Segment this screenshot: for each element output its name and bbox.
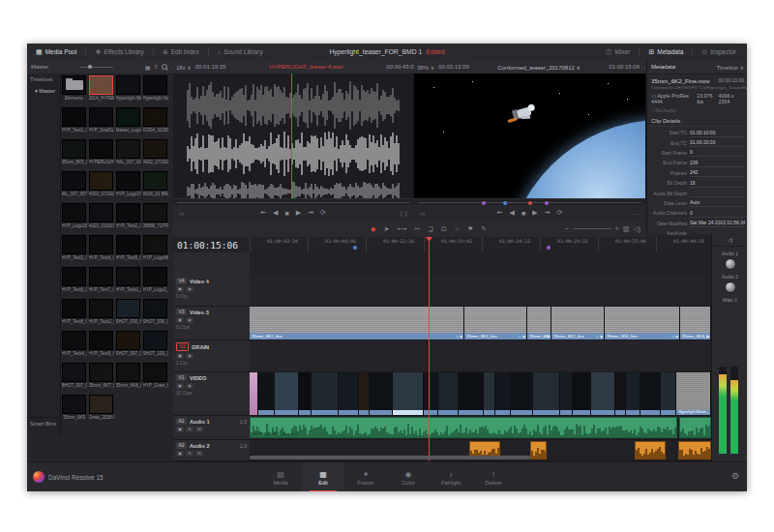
track-control-icon[interactable]: ▣ — [176, 451, 184, 457]
media-clip[interactable]: HYP_Scat512_Ou... — [88, 107, 114, 139]
timeline-zoom-slider[interactable] — [573, 228, 611, 229]
selection-tool-icon[interactable]: ➤ — [379, 225, 393, 233]
media-clip[interactable]: A023_01161504... — [88, 203, 114, 235]
timeline-name-select[interactable]: Conformed_teaser_20170812 ∨ — [473, 64, 606, 71]
ruler-marker[interactable] — [353, 246, 357, 250]
track-lane-v4[interactable] — [250, 276, 711, 307]
track-control-icon[interactable]: ▣ — [176, 427, 184, 432]
timeline-clip-v1[interactable] — [661, 372, 677, 415]
media-clip[interactable]: HYP_Teck2_Out... — [88, 299, 114, 331]
timeline-clip-v1[interactable] — [424, 372, 438, 415]
match-frame-icon[interactable]: ▭ — [179, 210, 185, 217]
page-tab-deliver[interactable]: ↑Deliver — [472, 462, 515, 491]
stop-button[interactable]: ■ — [521, 210, 525, 217]
overwrite-clip-icon[interactable]: ⊡ — [437, 225, 451, 233]
metadata-field-value[interactable]: 240 — [690, 168, 745, 177]
track-control-icon[interactable]: ◉ — [186, 286, 194, 292]
flag-icon[interactable]: ⚑ — [463, 225, 477, 233]
timeline-clip-v1[interactable] — [312, 372, 339, 415]
timeline-clip-v1[interactable] — [640, 372, 661, 415]
metadata-field-value[interactable]: 01:00:10:00 — [690, 129, 745, 137]
track-control-icon[interactable]: ◉ — [186, 383, 194, 389]
media-clip[interactable]: SHOT_097_08T... — [115, 331, 141, 363]
timeline-audio-clip-a1[interactable]: HYPERLIGHT_teaser.st — [250, 417, 677, 438]
media-clip[interactable]: HYP_Text3_Outp... — [61, 235, 87, 267]
playhead[interactable] — [429, 237, 430, 461]
timeline-clip-v1[interactable] — [299, 372, 312, 415]
media-clip[interactable]: 35MM_717FPS... — [142, 203, 168, 235]
media-clip[interactable]: HYP_Text4_Outp... — [88, 235, 114, 267]
play-reverse-button[interactable]: ◀ — [510, 209, 515, 217]
track-control-icon[interactable]: S — [186, 451, 194, 457]
page-tab-fairlight[interactable]: ♪Fairlight — [430, 462, 472, 491]
in-out-icons[interactable]: ⟦ ⟧ — [400, 210, 407, 217]
track-control-icon[interactable]: ▣ — [176, 383, 184, 389]
media-clip[interactable]: HYP_Logo158_H... — [61, 203, 87, 235]
sidebar-item-master[interactable]: ▾ Master — [27, 85, 60, 97]
timeline-audio-clip-a2[interactable] — [678, 441, 711, 459]
media-clip[interactable]: 35mm_6K8_fine — [115, 363, 141, 395]
media-clip[interactable]: HYP_Text2_Outp... — [115, 203, 141, 235]
toolbar-media-pool-button[interactable]: ▦Media Pool — [27, 44, 85, 60]
stop-button[interactable]: ■ — [284, 210, 288, 217]
track-lane-v1[interactable]: Hyperlight Maste... — [250, 372, 711, 416]
media-clip[interactable]: 2014_HYPERLIGH... — [88, 75, 114, 107]
media-clip[interactable]: HYP_Logo375_H... — [115, 171, 141, 203]
media-clip[interactable]: SHOT_100_1001... — [142, 331, 168, 363]
insert-clip-icon[interactable]: ⊒ — [424, 225, 437, 233]
ruler-marker[interactable] — [547, 246, 551, 250]
audio-monitor-icon[interactable]: ◁) — [633, 225, 640, 233]
track-control-icon[interactable]: ▣ — [176, 317, 184, 323]
media-clip[interactable]: HYP_Grain_6K... — [142, 363, 168, 395]
metadata-preset-select[interactable]: Timeline ∨ — [716, 64, 744, 71]
pan-knob-audio2[interactable] — [725, 281, 736, 293]
media-clip[interactable]: BHOT_097_08T... — [61, 363, 87, 395]
timeline-marker-dot[interactable] — [528, 201, 532, 205]
track-control-icon[interactable]: M — [195, 451, 203, 457]
timeline-marker-dot[interactable] — [482, 201, 486, 205]
sidebar-item-timelines[interactable]: Timelines — [27, 74, 60, 85]
trim-tool-icon[interactable]: ⟷ — [393, 225, 410, 233]
timeline-clip-v1[interactable] — [511, 372, 533, 415]
page-tab-fusion[interactable]: ✦Fusion — [344, 462, 387, 491]
pan-knob-audio1[interactable] — [725, 258, 736, 270]
list-view-icon[interactable]: ≡ — [154, 64, 158, 70]
metadata-field-value[interactable]: 16 — [690, 179, 745, 188]
track-control-icon[interactable]: S — [186, 427, 194, 432]
toolbar-metadata-button[interactable]: ⊞Metadata — [640, 44, 692, 60]
track-control-icon[interactable]: ▣ — [176, 286, 184, 292]
track-badge[interactable]: V3 — [176, 309, 187, 315]
media-clip[interactable]: A002_07191847... — [142, 139, 168, 171]
timeline-clip-v1[interactable] — [495, 372, 512, 415]
track-lane-v3[interactable]: 35mm_6K2_fine∿ ◆35mm_6K2_fine∿ ◆35mm_6K0… — [250, 307, 711, 340]
media-clip[interactable]: SHOT_030_6977... — [115, 299, 141, 331]
toolbar-sound-library-button[interactable]: ♪Sound Library — [209, 44, 272, 60]
metadata-field-value[interactable] — [690, 189, 745, 197]
timeline-clip-v3[interactable]: 35mm_6K2_fine∿ ◆ — [464, 307, 527, 340]
search-icon[interactable] — [162, 64, 167, 70]
timeline-clip-v3[interactable]: 35mm_6K2_fi...∿ ◆ — [680, 307, 711, 340]
track-lane-v2[interactable] — [250, 340, 711, 372]
go-to-last-frame-button[interactable]: ⇥ — [308, 209, 313, 217]
track-badge[interactable]: V1 — [176, 374, 187, 381]
timeline-clip-v1[interactable] — [560, 372, 573, 415]
marker-icon[interactable]: ◆ — [367, 225, 379, 233]
timeline-clip-v1[interactable] — [573, 372, 591, 415]
media-clip[interactable]: 35mm_6K5_fine — [61, 139, 87, 171]
toolbar-inspector-button[interactable]: ⊙Inspector — [693, 44, 745, 60]
snapping-icon[interactable]: ∩ — [451, 225, 463, 233]
media-clip[interactable]: HYP_Text6_Outp... — [61, 267, 87, 299]
go-to-first-frame-button[interactable]: ⇤ — [497, 209, 503, 217]
smart-bins-label[interactable]: Smart Bins — [27, 417, 66, 429]
media-clip[interactable]: HYP_Logo2_HA... — [142, 267, 168, 299]
media-clip[interactable]: HYP_Teck4_Out... — [61, 331, 87, 363]
metadata-field-value[interactable]: 01:00:20:00 — [690, 138, 745, 147]
timeline-audio-clip-a2[interactable] — [635, 441, 666, 459]
timeline-clip-v1[interactable] — [370, 372, 393, 415]
timeline-clip-v1[interactable] — [339, 372, 359, 415]
mixer-strip-audio1[interactable]: Audio 1 — [712, 247, 747, 270]
play-button[interactable]: ▶ — [296, 209, 301, 217]
media-clip[interactable]: A016_01 BRAW... — [142, 171, 168, 203]
timeline-clip-v1[interactable] — [591, 372, 614, 415]
track-header-v1[interactable]: V1VIDEO▣◉30 Clips — [173, 372, 250, 416]
